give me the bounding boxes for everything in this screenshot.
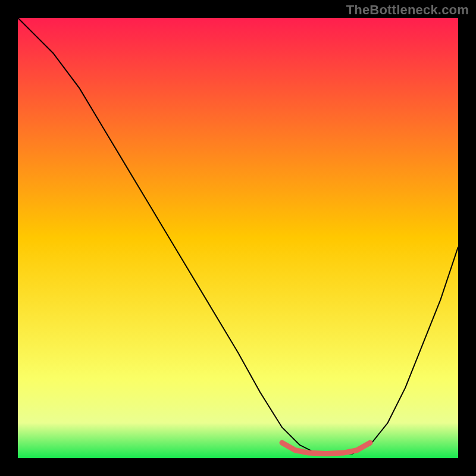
chart-frame: TheBottleneck.com <box>0 0 476 476</box>
chart-svg <box>18 18 458 458</box>
chart-plot-area <box>18 18 458 458</box>
chart-background <box>18 18 458 458</box>
watermark-text: TheBottleneck.com <box>346 2 469 18</box>
